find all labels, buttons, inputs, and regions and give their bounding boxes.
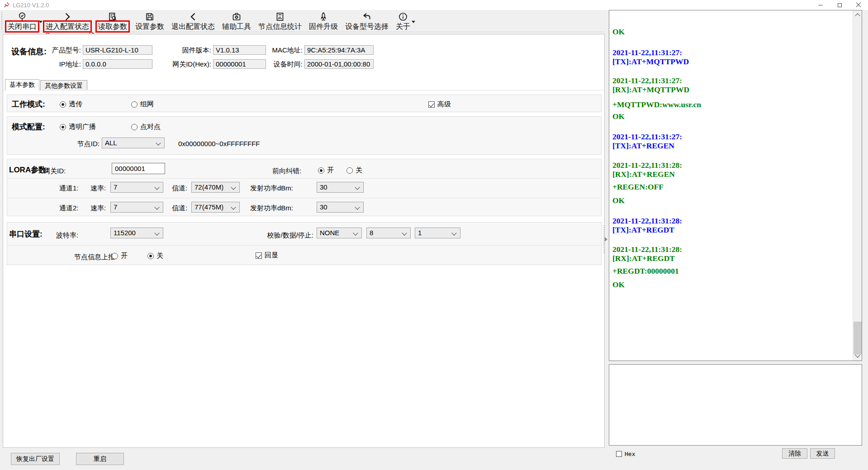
log-line: +MQTTPWD:www.usr.cn — [612, 100, 850, 109]
toolbar-button-doc-stats[interactable]: 节点信息统计 — [255, 10, 305, 31]
log-entry: +REGEN:OFF — [612, 182, 850, 191]
channel2-channel-select[interactable]: 77(475M) — [191, 202, 240, 213]
log-line: [TX]:AT+REGEN — [612, 141, 850, 150]
toolbar-button-save[interactable]: 设置参数 — [132, 10, 168, 31]
channel1-rate-label: 速率: — [90, 184, 106, 193]
radio-point-to-point[interactable]: 点对点 — [131, 123, 161, 131]
channel2-channel-label: 信道: — [172, 204, 187, 213]
lora-params-label: LORA参数: — [9, 165, 49, 175]
chevron-left-icon — [188, 11, 198, 22]
channel1-channel-select[interactable]: 72(470M) — [191, 182, 240, 193]
toolbar-button-label: 读取参数 — [95, 20, 130, 33]
baud-rate-label: 波特率: — [56, 231, 78, 240]
node-id-select[interactable]: ALL — [102, 138, 165, 148]
echo-checkbox[interactable]: 回显 — [256, 251, 278, 260]
toolbar-button-serial-pin-check[interactable]: 关闭串口 — [3, 10, 41, 31]
tab-basic-params[interactable]: 基本参数 — [5, 79, 39, 90]
product-model-label: 产品型号: — [8, 45, 81, 55]
log-line: [RX]:AT+REGDT — [612, 254, 850, 263]
log-line: [RX]:AT+REGEN — [612, 170, 850, 179]
scroll-up-icon[interactable] — [853, 10, 862, 19]
toolbar-button-undo-arrow[interactable]: 设备型号选择 — [342, 10, 392, 31]
product-model-field[interactable]: USR-LG210-L-10 — [83, 45, 152, 55]
log-entry: 2021-11-22,11:31:28:[TX]:AT+REGDT — [612, 216, 850, 234]
radio-circle-icon — [60, 101, 66, 108]
stop-bits-select[interactable]: 1 — [415, 228, 460, 238]
toolbar-button-chevron-left[interactable]: 退出配置状态 — [168, 10, 218, 31]
maximize-icon — [838, 3, 842, 7]
log-entry: OK — [612, 280, 850, 289]
scroll-down-icon[interactable] — [853, 351, 862, 361]
device-time-field[interactable]: 2000-01-01,00:00:80 — [304, 59, 374, 69]
lora-gateway-id-input[interactable]: 00000001 — [112, 163, 165, 174]
doc-stats-icon — [275, 11, 285, 22]
mac-address-field[interactable]: 9C:A5:25:94:7A:3A — [304, 45, 374, 55]
toolbar-button-chevron-right[interactable]: 进入配置状态 — [41, 10, 94, 31]
channel2-rate-label: 速率: — [90, 204, 106, 213]
panel-splitter[interactable] — [603, 225, 607, 253]
gateway-id-hex-label: 网关ID(Hex): — [157, 59, 211, 69]
log-line: 2021-11-22,11:31:27: — [612, 48, 850, 57]
log-line: OK — [612, 112, 850, 121]
toolbar-button-rocket[interactable]: 固件升级 — [305, 10, 342, 31]
info-icon — [398, 11, 408, 22]
dropdown-caret-icon[interactable] — [412, 21, 415, 23]
scrollbar-thumb[interactable] — [854, 322, 862, 355]
log-scrollbar[interactable] — [853, 10, 862, 361]
radio-circle-icon — [131, 101, 138, 108]
send-input[interactable] — [609, 364, 862, 446]
clear-button[interactable]: 清除 — [782, 448, 807, 459]
firmware-version-label: 固件版本: — [157, 45, 211, 55]
close-button[interactable] — [849, 0, 868, 10]
log-line: [RX]:AT+MQTTPWD — [612, 85, 850, 94]
log-line: OK — [612, 27, 850, 36]
work-mode-group: 工作模式: 透传 组网 高级 — [7, 95, 602, 112]
baud-rate-select[interactable]: 115200 — [110, 228, 163, 238]
channel2-power-select[interactable]: 30 — [317, 202, 364, 213]
radio-transparent[interactable]: 透传 — [60, 100, 82, 109]
radio-transparent-broadcast[interactable]: 透明广播 — [60, 123, 96, 131]
toolbar-button-doc-search[interactable]: 读取参数 — [94, 10, 132, 31]
serial-settings-label: 串口设置: — [9, 229, 43, 239]
node-report-off-radio[interactable]: 关 — [147, 252, 163, 260]
fec-off-radio[interactable]: 关 — [346, 166, 362, 175]
node-report-on-radio[interactable]: 开 — [112, 252, 128, 260]
log-output[interactable]: OK2021-11-22,11:31:27:[TX]:AT+MQTTPWD202… — [609, 10, 852, 361]
fec-on-label: 开 — [327, 166, 334, 175]
log-line: 2021-11-22,11:31:28: — [612, 245, 850, 254]
advanced-checkbox[interactable]: 高级 — [428, 100, 451, 109]
toolbar-button-label: 节点信息统计 — [258, 22, 302, 31]
radio-networking[interactable]: 组网 — [131, 100, 154, 109]
mode-config-label: 模式配置: — [12, 122, 45, 132]
reboot-button[interactable]: 重启 — [76, 453, 124, 465]
checkbox-icon — [428, 101, 435, 108]
log-line: OK — [612, 196, 850, 205]
close-icon — [856, 2, 861, 8]
toolbar-grip[interactable] — [1, 12, 3, 29]
channel2-rate-select[interactable]: 7 — [110, 202, 163, 213]
parity-select[interactable]: NONE — [317, 228, 362, 238]
log-line: 2021-11-22,11:31:28: — [612, 216, 850, 225]
fec-on-radio[interactable]: 开 — [318, 166, 334, 175]
node-id-label: 节点ID: — [73, 139, 100, 148]
ip-address-field[interactable]: 0.0.0.0 — [83, 59, 152, 69]
hex-checkbox[interactable]: Hex — [616, 451, 635, 457]
radio-circle-icon — [318, 167, 324, 174]
maximize-button[interactable] — [830, 0, 849, 10]
factory-reset-button[interactable]: 恢复出厂设置 — [11, 453, 60, 465]
app-logo-icon — [4, 2, 10, 8]
log-line: OK — [612, 280, 850, 289]
channel1-power-select[interactable]: 30 — [317, 182, 364, 193]
node-id-range-hint: 0x00000000~0xFFFFFFFF — [178, 139, 260, 148]
log-entry: 2021-11-22,11:31:28:[RX]:AT+REGEN — [612, 161, 850, 179]
tab-other-params[interactable]: 其他参数设置 — [40, 80, 87, 90]
data-bits-select[interactable]: 8 — [366, 228, 411, 238]
toolbar-button-toolbox[interactable]: 辅助工具 — [218, 10, 255, 31]
toolbar-button-info[interactable]: 关于 — [392, 10, 414, 31]
log-line: [TX]:AT+REGDT — [612, 225, 850, 234]
toolbar-button-label: 设置参数 — [135, 22, 164, 31]
send-button[interactable]: 发送 — [810, 448, 835, 459]
channel1-rate-select[interactable]: 7 — [110, 182, 163, 193]
minimize-button[interactable] — [811, 0, 830, 10]
radio-p2p-label: 点对点 — [140, 123, 161, 131]
